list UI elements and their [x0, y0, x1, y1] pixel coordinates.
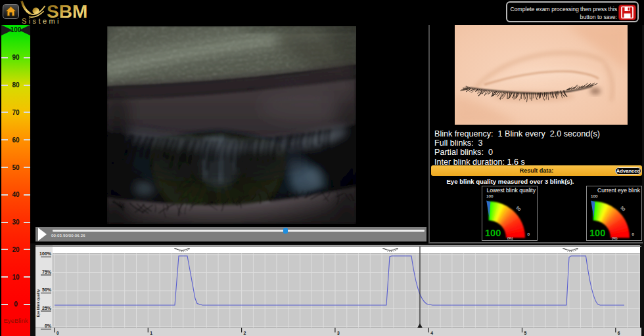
svg-text:100%: 100% [39, 251, 52, 256]
svg-text:6: 6 [618, 331, 620, 335]
svg-text:Sistemi: Sistemi [22, 17, 61, 25]
svg-text:100: 100 [591, 194, 598, 198]
svg-text:100: 100 [485, 228, 501, 238]
svg-text:50: 50 [620, 205, 626, 212]
svg-text:0: 0 [632, 232, 635, 236]
svg-text:(%): (%) [612, 236, 618, 240]
svg-text:0: 0 [57, 331, 59, 335]
svg-text:1: 1 [150, 331, 152, 335]
svg-text:25%: 25% [42, 306, 52, 310]
svg-text:(%): (%) [507, 236, 513, 240]
svg-text:0: 0 [528, 232, 530, 236]
svg-text:5: 5 [524, 331, 527, 335]
svg-text:75%: 75% [42, 270, 52, 274]
svg-text:Eye blink quality: Eye blink quality [36, 289, 40, 318]
svg-text:4: 4 [430, 331, 433, 335]
svg-text:100: 100 [486, 194, 494, 198]
svg-text:0%: 0% [45, 324, 52, 328]
svg-text:100: 100 [589, 228, 605, 238]
svg-text:3: 3 [337, 331, 340, 335]
svg-text:50%: 50% [42, 287, 52, 292]
svg-text:50: 50 [515, 205, 522, 212]
svg-text:2: 2 [244, 331, 246, 335]
